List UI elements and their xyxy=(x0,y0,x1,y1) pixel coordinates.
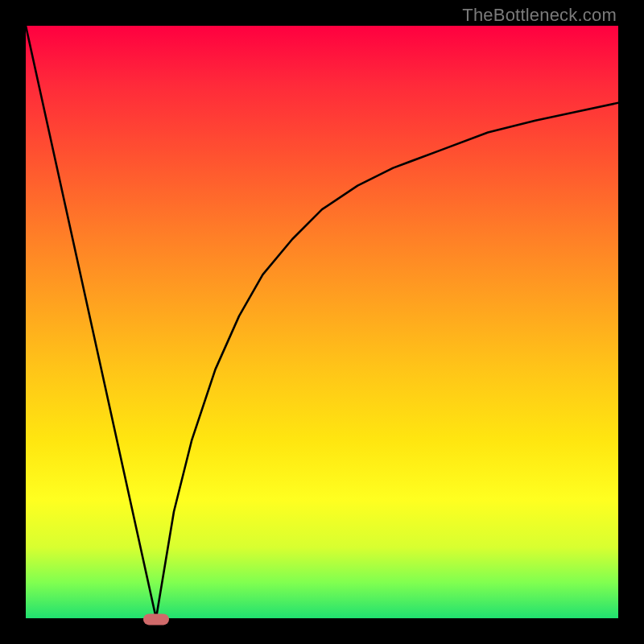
curve-path xyxy=(26,26,618,618)
watermark-text: TheBottleneck.com xyxy=(462,5,617,26)
bottleneck-curve xyxy=(26,26,618,618)
chart-frame: TheBottleneck.com xyxy=(0,0,644,644)
min-marker xyxy=(143,613,169,625)
plot-area xyxy=(26,26,618,618)
